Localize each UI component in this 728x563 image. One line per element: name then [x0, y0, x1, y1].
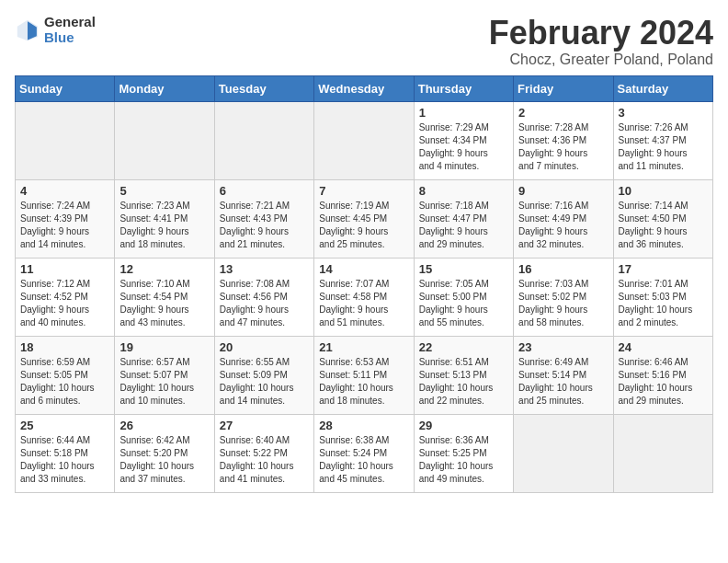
day-info: Sunrise: 6:46 AM Sunset: 5:16 PM Dayligh…: [619, 356, 708, 408]
day-number: 8: [419, 184, 508, 198]
day-info: Sunrise: 7:26 AM Sunset: 4:37 PM Dayligh…: [619, 121, 708, 173]
calendar-cell: 4Sunrise: 7:24 AM Sunset: 4:39 PM Daylig…: [16, 179, 115, 258]
day-number: 26: [119, 419, 209, 432]
weekday-monday: Monday: [115, 75, 214, 101]
day-number: 10: [619, 184, 708, 198]
calendar-cell: 25Sunrise: 6:44 AM Sunset: 5:18 PM Dayli…: [16, 414, 115, 492]
weekday-friday: Friday: [514, 75, 613, 101]
weekday-sunday: Sunday: [16, 75, 115, 101]
calendar-body: 1Sunrise: 7:29 AM Sunset: 4:34 PM Daylig…: [16, 101, 713, 492]
calendar-cell: [314, 101, 414, 179]
day-number: 7: [319, 184, 408, 198]
day-info: Sunrise: 6:40 AM Sunset: 5:22 PM Dayligh…: [220, 434, 309, 486]
day-number: 14: [319, 262, 408, 276]
calendar-cell: [214, 101, 313, 179]
calendar-cell: 1Sunrise: 7:29 AM Sunset: 4:34 PM Daylig…: [414, 101, 513, 179]
day-number: 22: [419, 340, 508, 354]
day-number: 1: [419, 106, 508, 120]
calendar-cell: 5Sunrise: 7:23 AM Sunset: 4:41 PM Daylig…: [115, 179, 214, 258]
calendar-cell: [613, 414, 712, 492]
day-number: 15: [419, 262, 508, 276]
calendar-week-2: 4Sunrise: 7:24 AM Sunset: 4:39 PM Daylig…: [16, 179, 713, 258]
calendar-cell: 13Sunrise: 7:08 AM Sunset: 4:56 PM Dayli…: [214, 258, 313, 336]
calendar-cell: 26Sunrise: 6:42 AM Sunset: 5:20 PM Dayli…: [115, 414, 214, 492]
calendar-cell: 16Sunrise: 7:03 AM Sunset: 5:02 PM Dayli…: [514, 258, 613, 336]
calendar-cell: [514, 414, 613, 492]
calendar-cell: 6Sunrise: 7:21 AM Sunset: 4:43 PM Daylig…: [214, 179, 313, 258]
day-number: 12: [119, 262, 209, 276]
day-info: Sunrise: 7:03 AM Sunset: 5:02 PM Dayligh…: [518, 278, 608, 329]
calendar-cell: 28Sunrise: 6:38 AM Sunset: 5:24 PM Dayli…: [314, 414, 414, 492]
day-info: Sunrise: 7:18 AM Sunset: 4:47 PM Dayligh…: [419, 200, 508, 251]
page-header: General Blue February 2024 Chocz, Greate…: [15, 15, 713, 68]
calendar-cell: 19Sunrise: 6:57 AM Sunset: 5:07 PM Dayli…: [115, 336, 214, 414]
day-number: 28: [319, 419, 408, 432]
day-info: Sunrise: 7:10 AM Sunset: 4:54 PM Dayligh…: [119, 278, 209, 329]
day-number: 3: [619, 106, 708, 120]
day-number: 24: [619, 340, 708, 354]
day-info: Sunrise: 7:29 AM Sunset: 4:34 PM Dayligh…: [419, 121, 508, 173]
calendar-cell: 24Sunrise: 6:46 AM Sunset: 5:16 PM Dayli…: [613, 336, 712, 414]
calendar-title: February 2024: [489, 15, 713, 52]
calendar-cell: 14Sunrise: 7:07 AM Sunset: 4:58 PM Dayli…: [314, 258, 414, 336]
day-info: Sunrise: 7:28 AM Sunset: 4:36 PM Dayligh…: [518, 121, 608, 173]
day-number: 20: [220, 340, 309, 354]
day-number: 21: [319, 340, 408, 354]
day-info: Sunrise: 7:19 AM Sunset: 4:45 PM Dayligh…: [319, 200, 408, 251]
logo-text: General Blue: [44, 15, 96, 45]
calendar-week-3: 11Sunrise: 7:12 AM Sunset: 4:52 PM Dayli…: [16, 258, 713, 336]
day-info: Sunrise: 7:24 AM Sunset: 4:39 PM Dayligh…: [20, 200, 109, 251]
calendar-table: SundayMondayTuesdayWednesdayThursdayFrid…: [15, 75, 713, 493]
day-info: Sunrise: 7:01 AM Sunset: 5:03 PM Dayligh…: [619, 278, 708, 329]
weekday-header-row: SundayMondayTuesdayWednesdayThursdayFrid…: [16, 75, 713, 101]
calendar-cell: 11Sunrise: 7:12 AM Sunset: 4:52 PM Dayli…: [16, 258, 115, 336]
day-info: Sunrise: 7:12 AM Sunset: 4:52 PM Dayligh…: [20, 278, 109, 329]
logo-blue: Blue: [44, 30, 96, 46]
calendar-cell: 10Sunrise: 7:14 AM Sunset: 4:50 PM Dayli…: [613, 179, 712, 258]
calendar-cell: 20Sunrise: 6:55 AM Sunset: 5:09 PM Dayli…: [214, 336, 313, 414]
weekday-tuesday: Tuesday: [214, 75, 313, 101]
calendar-header: SundayMondayTuesdayWednesdayThursdayFrid…: [16, 75, 713, 101]
weekday-saturday: Saturday: [613, 75, 712, 101]
day-number: 2: [518, 106, 608, 120]
day-info: Sunrise: 6:38 AM Sunset: 5:24 PM Dayligh…: [319, 434, 408, 486]
day-number: 29: [419, 419, 508, 432]
day-number: 19: [119, 340, 209, 354]
day-info: Sunrise: 7:05 AM Sunset: 5:00 PM Dayligh…: [419, 278, 508, 329]
calendar-week-1: 1Sunrise: 7:29 AM Sunset: 4:34 PM Daylig…: [16, 101, 713, 179]
calendar-cell: 22Sunrise: 6:51 AM Sunset: 5:13 PM Dayli…: [414, 336, 513, 414]
day-info: Sunrise: 6:36 AM Sunset: 5:25 PM Dayligh…: [419, 434, 508, 486]
day-number: 6: [220, 184, 309, 198]
calendar-cell: 21Sunrise: 6:53 AM Sunset: 5:11 PM Dayli…: [314, 336, 414, 414]
calendar-cell: 7Sunrise: 7:19 AM Sunset: 4:45 PM Daylig…: [314, 179, 414, 258]
day-info: Sunrise: 7:14 AM Sunset: 4:50 PM Dayligh…: [619, 200, 708, 251]
logo-icon: [15, 17, 40, 43]
day-info: Sunrise: 7:16 AM Sunset: 4:49 PM Dayligh…: [518, 200, 608, 251]
calendar-cell: 9Sunrise: 7:16 AM Sunset: 4:49 PM Daylig…: [514, 179, 613, 258]
title-section: February 2024 Chocz, Greater Poland, Pol…: [489, 15, 713, 68]
calendar-cell: 23Sunrise: 6:49 AM Sunset: 5:14 PM Dayli…: [514, 336, 613, 414]
day-number: 16: [518, 262, 608, 276]
day-info: Sunrise: 6:49 AM Sunset: 5:14 PM Dayligh…: [518, 356, 608, 408]
calendar-cell: 18Sunrise: 6:59 AM Sunset: 5:05 PM Dayli…: [16, 336, 115, 414]
day-info: Sunrise: 6:59 AM Sunset: 5:05 PM Dayligh…: [20, 356, 109, 408]
day-number: 25: [20, 419, 109, 432]
calendar-week-4: 18Sunrise: 6:59 AM Sunset: 5:05 PM Dayli…: [16, 336, 713, 414]
day-number: 17: [619, 262, 708, 276]
day-info: Sunrise: 6:42 AM Sunset: 5:20 PM Dayligh…: [119, 434, 209, 486]
calendar-cell: 3Sunrise: 7:26 AM Sunset: 4:37 PM Daylig…: [613, 101, 712, 179]
logo-general: General: [44, 15, 96, 30]
day-number: 27: [220, 419, 309, 432]
calendar-cell: 12Sunrise: 7:10 AM Sunset: 4:54 PM Dayli…: [115, 258, 214, 336]
day-number: 11: [20, 262, 109, 276]
day-number: 4: [20, 184, 109, 198]
day-info: Sunrise: 7:08 AM Sunset: 4:56 PM Dayligh…: [220, 278, 309, 329]
day-info: Sunrise: 6:51 AM Sunset: 5:13 PM Dayligh…: [419, 356, 508, 408]
day-number: 13: [220, 262, 309, 276]
day-info: Sunrise: 7:21 AM Sunset: 4:43 PM Dayligh…: [220, 200, 309, 251]
calendar-cell: 8Sunrise: 7:18 AM Sunset: 4:47 PM Daylig…: [414, 179, 513, 258]
day-number: 18: [20, 340, 109, 354]
day-info: Sunrise: 7:23 AM Sunset: 4:41 PM Dayligh…: [119, 200, 209, 251]
calendar-subtitle: Chocz, Greater Poland, Poland: [489, 52, 713, 68]
calendar-cell: 27Sunrise: 6:40 AM Sunset: 5:22 PM Dayli…: [214, 414, 313, 492]
